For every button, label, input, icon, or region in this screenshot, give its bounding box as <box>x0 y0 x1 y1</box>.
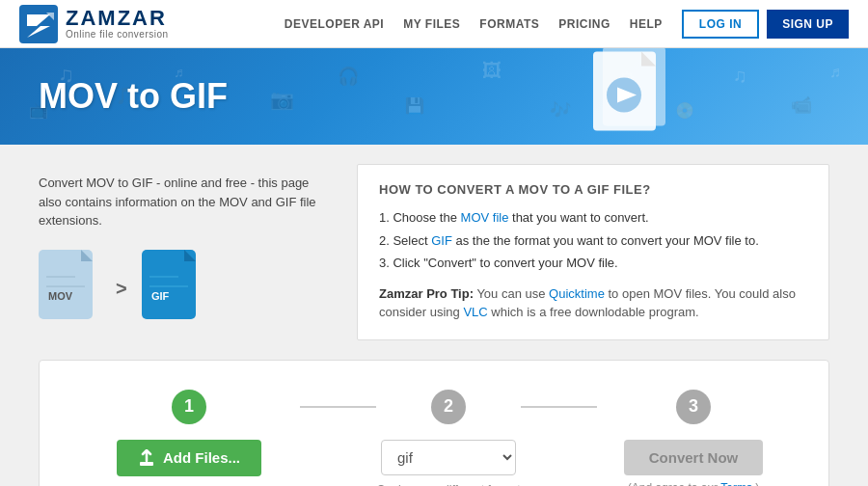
how-to-step-1: 1. Choose the MOV file that you want to … <box>379 208 807 228</box>
gif-link[interactable]: GIF <box>431 233 452 248</box>
terms-link[interactable]: Terms <box>720 481 752 487</box>
signup-button[interactable]: SIGN UP <box>767 10 849 39</box>
svg-text:🎶: 🎶 <box>550 99 572 121</box>
steps-row: 1 2 3 <box>78 390 790 424</box>
conversion-icons: MOV > GIF <box>39 250 328 328</box>
format-hint: Or choose a different format <box>376 483 520 487</box>
hero-title: MOV to GIF <box>39 76 228 117</box>
svg-text:MOV: MOV <box>48 290 73 302</box>
info-right: HOW TO CONVERT A MOV TO A GIF FILE? 1. C… <box>357 164 829 340</box>
login-button[interactable]: LOG IN <box>682 10 759 39</box>
gif-file-icon: GIF <box>142 250 204 328</box>
pro-tip: Zamzar Pro Tip: You can use Quicktime to… <box>379 284 807 322</box>
svg-text:📹: 📹 <box>791 94 813 116</box>
info-section: Convert MOV to GIF - online and free - t… <box>39 164 829 340</box>
info-description: Convert MOV to GIF - online and free - t… <box>39 174 328 230</box>
agree-text: (And agree to our <box>628 481 718 487</box>
zamzar-logo-icon <box>19 5 58 43</box>
pro-tip-label: Zamzar Pro Tip: <box>379 286 474 301</box>
how-to-steps: 1. Choose the MOV file that you want to … <box>379 208 807 273</box>
step-3-indicator: 3 <box>676 390 711 424</box>
vlc-link[interactable]: VLC <box>463 305 487 319</box>
svg-text:📷: 📷 <box>270 88 294 111</box>
svg-text:🎧: 🎧 <box>338 66 360 87</box>
logo-subtitle: Online file conversion <box>66 29 169 40</box>
mov-file-icon: MOV <box>39 250 101 328</box>
svg-text:📀: 📀 <box>675 101 694 120</box>
svg-text:♫: ♫ <box>733 65 747 86</box>
step-3-indicator-area: 3 <box>597 390 790 424</box>
step-1-indicator: 1 <box>172 390 206 424</box>
step-2-indicator-area: 2 <box>376 390 521 424</box>
format-select[interactable]: gif png jpg mp4 avi <box>381 440 516 475</box>
svg-rect-32 <box>140 462 153 466</box>
svg-text:♬: ♬ <box>829 64 841 80</box>
conversion-arrow: > <box>116 278 127 300</box>
logo-text: ZAMZAR Online file conversion <box>66 8 169 40</box>
add-files-button[interactable]: Add Files... <box>117 440 261 476</box>
logo: ZAMZAR Online file conversion <box>19 5 169 43</box>
svg-text:🖼: 🖼 <box>482 60 502 81</box>
hero-file-icon <box>588 48 675 145</box>
convert-button[interactable]: Convert Now <box>624 440 764 475</box>
nav-developer-api[interactable]: DEVELOPER API <box>285 17 384 31</box>
nav-formats[interactable]: FORMATS <box>479 17 539 31</box>
controls-row: Add Files... Drag & drop files, or selec… <box>78 440 790 487</box>
agree-end: ) <box>755 481 759 487</box>
nav-help[interactable]: HELP <box>630 17 663 31</box>
quicktime-link[interactable]: Quicktime <box>549 286 605 301</box>
step-line-2 <box>521 406 597 408</box>
step-2-control: gif png jpg mp4 avi Or choose a differen… <box>300 440 597 487</box>
nav-my-files[interactable]: MY FILES <box>403 17 460 31</box>
upload-icon <box>138 449 155 467</box>
nav-links: DEVELOPER API MY FILES FORMATS PRICING H… <box>285 17 663 31</box>
info-left: Convert MOV to GIF - online and free - t… <box>39 164 328 340</box>
step-1-indicator-area: 1 <box>78 390 300 424</box>
step-3-control: Convert Now (And agree to our Terms ) Em… <box>597 440 790 487</box>
svg-rect-21 <box>603 48 665 126</box>
step-2-indicator: 2 <box>431 390 466 424</box>
how-to-title: HOW TO CONVERT A MOV TO A GIF FILE? <box>379 182 807 197</box>
hero-file-svg <box>588 48 675 144</box>
convert-note: (And agree to our Terms ) <box>628 481 760 487</box>
navbar: ZAMZAR Online file conversion DEVELOPER … <box>0 0 868 48</box>
how-to-step-3: 3. Click "Convert" to convert your MOV f… <box>379 254 807 273</box>
svg-text:💾: 💾 <box>405 96 424 115</box>
logo-name: ZAMZAR <box>66 8 169 29</box>
converter-box: 1 2 3 Add Files... <box>39 360 829 487</box>
mov-link[interactable]: MOV file <box>461 210 509 225</box>
step-line-1 <box>300 406 376 408</box>
svg-text:GIF: GIF <box>151 290 170 302</box>
how-to-step-2: 2. Select GIF as the the format you want… <box>379 231 807 251</box>
hero-banner: ♫ 🎵 📺 ♬ 📷 🎧 💾 🖼 🎶 ⚙ 📀 ♫ 📹 ♬ MOV to GIF <box>0 48 868 145</box>
add-files-label: Add Files... <box>163 449 240 466</box>
main-content: Convert MOV to GIF - online and free - t… <box>0 145 868 486</box>
step-1-control: Add Files... Drag & drop files, or selec… <box>78 440 300 487</box>
nav-pricing[interactable]: PRICING <box>558 17 610 31</box>
